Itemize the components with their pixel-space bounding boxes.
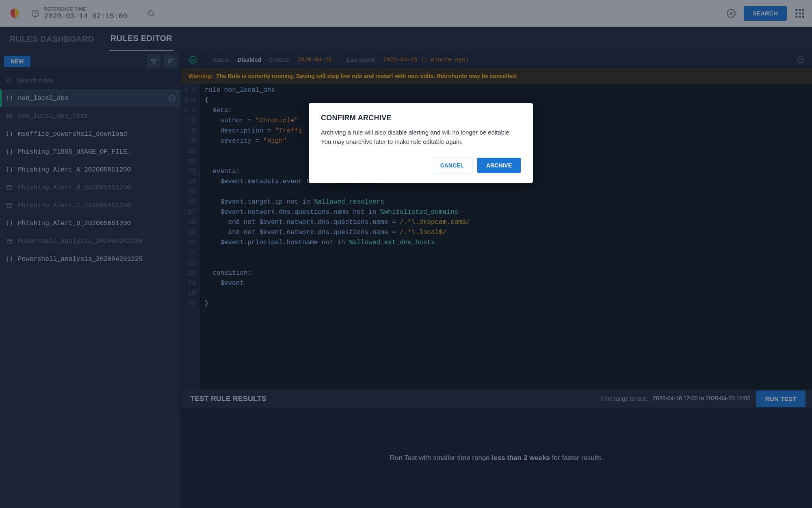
- modal-overlay[interactable]: [0, 0, 812, 508]
- modal-title: CONFIRM ARCHIVE: [321, 114, 521, 122]
- archive-button[interactable]: ARCHIVE: [477, 158, 521, 173]
- modal-actions: CANCEL ARCHIVE: [321, 158, 521, 173]
- cancel-button[interactable]: CANCEL: [432, 158, 472, 173]
- modal-body: Archiving a rule will also disable alert…: [321, 128, 521, 146]
- confirm-archive-modal: CONFIRM ARCHIVE Archiving a rule will al…: [309, 103, 533, 183]
